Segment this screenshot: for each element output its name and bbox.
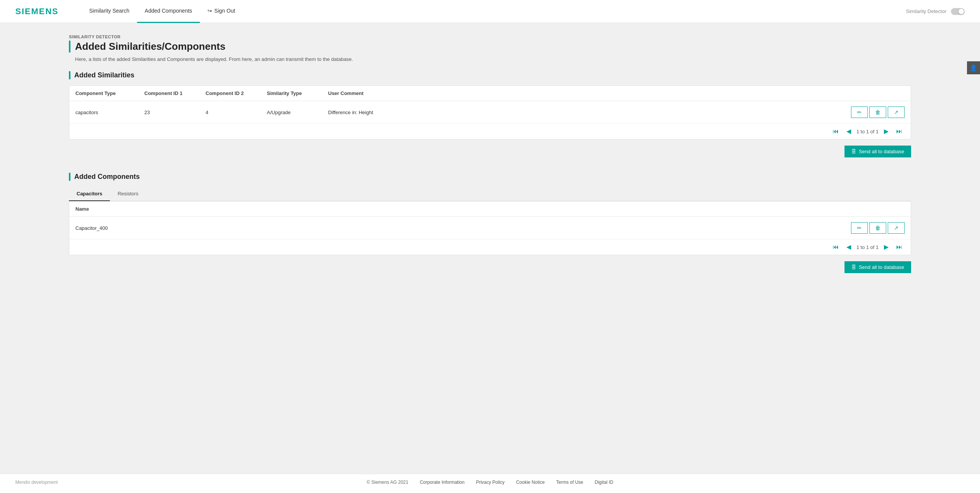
similarity-row: capacitors 23 4 A/Upgrade Difference in:… <box>69 101 911 124</box>
comp-edit-button[interactable]: ✏ <box>851 222 868 234</box>
edit-icon: ✏ <box>857 225 862 231</box>
page-section-label: SIMILARITY DETECTOR <box>69 34 911 39</box>
footer-copyright: © Siemens AG 2021 <box>367 480 408 485</box>
component-tabs: Capacitors Resistors <box>69 187 911 201</box>
comp-pagination-info: 1 to 1 of 1 <box>856 244 879 250</box>
added-components-title: Added Components <box>69 173 911 181</box>
sim-component-type: capacitors <box>75 110 144 115</box>
tab-capacitors[interactable]: Capacitors <box>69 187 110 201</box>
edit-icon: ✏ <box>857 109 862 115</box>
sim-user-comment: Difference in: Height <box>328 110 851 115</box>
database-icon: 🗄 <box>851 149 856 154</box>
footer-privacy-policy[interactable]: Privacy Policy <box>476 480 505 485</box>
comp-prev-page-button[interactable]: ◀ <box>844 243 853 251</box>
col-user-comment: User Comment <box>328 90 905 96</box>
similarities-table-header: Component Type Component ID 1 Component … <box>69 86 911 101</box>
sim-edit-button[interactable]: ✏ <box>851 106 868 118</box>
nav-similarity-search[interactable]: Similarity Search <box>82 0 137 23</box>
comp-delete-button[interactable]: 🗑 <box>869 222 886 234</box>
nav-links: Similarity Search Added Components ↪ Sig… <box>82 0 906 23</box>
comp-send-button[interactable]: ↗ <box>888 222 905 234</box>
col-similarity-type: Similarity Type <box>267 90 328 96</box>
comp-send-all-db-button[interactable]: 🗄 Send all to database <box>844 261 911 273</box>
page-title: Added Similarities/Components <box>69 41 911 52</box>
comp-first-page-button[interactable]: ⏮ <box>830 243 841 251</box>
sim-pagination-info: 1 to 1 of 1 <box>856 129 879 134</box>
main-content: SIMILARITY DETECTOR Added Similarities/C… <box>0 23 980 474</box>
footer-digital-id[interactable]: Digital ID <box>595 480 614 485</box>
sim-next-page-button[interactable]: ▶ <box>882 128 891 135</box>
brand-logo: SIEMENS <box>15 7 59 16</box>
footer-corporate-info[interactable]: Corporate Information <box>420 480 465 485</box>
sim-send-button[interactable]: ↗ <box>888 106 905 118</box>
page-header: SIMILARITY DETECTOR Added Similarities/C… <box>69 34 911 52</box>
similarities-pagination: ⏮ ◀ 1 to 1 of 1 ▶ ⏭ <box>69 124 911 139</box>
added-similarities-section: Added Similarities Component Type Compon… <box>69 71 911 169</box>
col-component-type: Component Type <box>75 90 144 96</box>
similarities-table-card: Component Type Component ID 1 Component … <box>69 85 911 139</box>
sim-similarity-type: A/Upgrade <box>267 110 328 115</box>
col-component-id1: Component ID 1 <box>144 90 206 96</box>
components-pagination: ⏮ ◀ 1 to 1 of 1 ▶ ⏭ <box>69 239 911 255</box>
sim-row-actions: ✏ 🗑 ↗ <box>851 106 905 118</box>
footer-cookie-notice[interactable]: Cookie Notice <box>516 480 545 485</box>
added-components-section: Added Components Capacitors Resistors Na… <box>69 173 911 285</box>
comp-last-page-button[interactable]: ⏭ <box>894 243 905 251</box>
sim-last-page-button[interactable]: ⏭ <box>894 128 905 135</box>
comp-send-db-row: 🗄 Send all to database <box>69 261 911 285</box>
sim-component-id1: 23 <box>144 110 206 115</box>
send-icon: ↗ <box>894 109 898 115</box>
similarity-detector-toggle[interactable] <box>951 8 965 15</box>
comp-name: Capacitor_400 <box>75 225 851 231</box>
sim-component-id2: 4 <box>206 110 267 115</box>
sim-first-page-button[interactable]: ⏮ <box>830 128 841 135</box>
component-row: Capacitor_400 ✏ 🗑 ↗ <box>69 217 911 239</box>
footer-terms-of-use[interactable]: Terms of Use <box>556 480 583 485</box>
sign-out-icon: ↪ <box>207 8 212 14</box>
footer-dev-label: Mendix development <box>15 480 58 485</box>
sim-prev-page-button[interactable]: ◀ <box>844 128 853 135</box>
col-name: Name <box>75 206 905 212</box>
sim-delete-button[interactable]: 🗑 <box>869 106 886 118</box>
database-icon: 🗄 <box>851 264 856 270</box>
footer: Mendix development © Siemens AG 2021 Cor… <box>0 474 980 490</box>
user-icon-button[interactable]: 👤 <box>967 61 980 74</box>
components-table-header: Name <box>69 201 911 217</box>
added-similarities-title: Added Similarities <box>69 71 911 79</box>
user-icon: 👤 <box>970 64 977 72</box>
nav-added-components[interactable]: Added Components <box>137 0 200 23</box>
tab-resistors[interactable]: Resistors <box>110 187 146 201</box>
delete-icon: 🗑 <box>875 109 880 115</box>
navbar: SIEMENS Similarity Search Added Componen… <box>0 0 980 23</box>
page-description: Here, a lists of the added Similarities … <box>69 56 911 62</box>
comp-next-page-button[interactable]: ▶ <box>882 243 891 251</box>
sim-send-db-row: 🗄 Send all to database <box>69 146 911 169</box>
similarity-detector-label: Similarity Detector <box>906 8 946 14</box>
comp-row-actions: ✏ 🗑 ↗ <box>851 222 905 234</box>
send-icon: ↗ <box>894 225 898 231</box>
col-component-id2: Component ID 2 <box>206 90 267 96</box>
nav-sign-out[interactable]: ↪ Sign Out <box>200 0 243 23</box>
nav-right: Similarity Detector <box>906 8 965 15</box>
delete-icon: 🗑 <box>875 225 880 231</box>
components-table-card: Name Capacitor_400 ✏ 🗑 ↗ <box>69 201 911 255</box>
sim-send-all-db-button[interactable]: 🗄 Send all to database <box>844 146 911 157</box>
